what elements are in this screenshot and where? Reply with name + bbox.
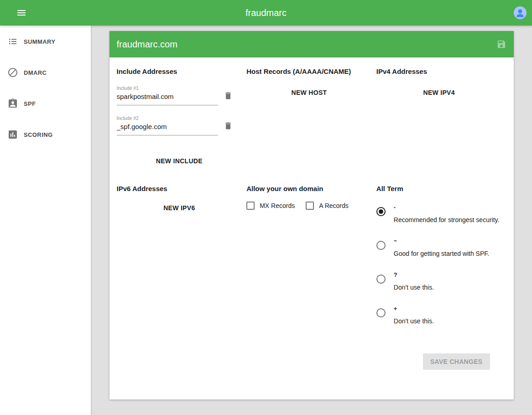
block-icon: [7, 67, 18, 78]
section-title: Host Records (A/AAAA/CNAME): [246, 67, 372, 75]
include-field-1: Include #1: [117, 85, 242, 105]
radio-symbol: -: [394, 204, 500, 211]
sidebar-item-label: DMARC: [24, 69, 47, 76]
checkbox-icon[interactable]: [246, 202, 255, 210]
section-title: Allow your own domain: [246, 185, 372, 192]
badge-icon: [7, 98, 18, 109]
radio-text: ? Don't use this.: [394, 272, 434, 291]
include-field-2: Include #2: [117, 115, 242, 135]
radio-selected-icon[interactable]: [376, 207, 386, 216]
card-footer: SAVE CHANGES: [117, 340, 506, 392]
include-input-wrap: Include #2: [117, 115, 218, 135]
sidebar-item-spf[interactable]: SPF: [0, 93, 91, 114]
section-ipv4-addresses: IPv4 Addresses NEW IPV4: [376, 67, 506, 169]
new-ipv4-button[interactable]: NEW IPV4: [420, 84, 459, 101]
app-title: fraudmarc: [245, 8, 287, 18]
radio-unselected-icon[interactable]: [376, 275, 386, 284]
bar-chart-icon: [7, 129, 18, 140]
radio-symbol: ?: [394, 272, 434, 278]
radio-text: + Don't use this.: [394, 306, 434, 325]
list-icon: [7, 36, 18, 47]
app-bar: fraudmarc: [0, 0, 532, 26]
radio-option-fail[interactable]: - Recommended for strongest security.: [376, 204, 502, 223]
radio-text: ~ Good for getting started with SPF.: [394, 238, 489, 257]
radio-description: Good for getting started with SPF.: [394, 250, 489, 257]
radio-option-neutral[interactable]: ? Don't use this.: [376, 272, 502, 291]
sidebar-item-dmarc[interactable]: DMARC: [0, 62, 91, 83]
sidebar-item-label: SCORING: [24, 131, 52, 138]
include-input-label: Include #2: [117, 115, 218, 121]
sidebar-item-label: SPF: [24, 100, 36, 107]
section-title: IPv6 Addresses: [117, 185, 242, 192]
sidebar-item-label: SUMMARY: [24, 38, 55, 45]
radio-unselected-icon[interactable]: [376, 308, 386, 317]
radio-symbol: +: [394, 306, 434, 312]
radio-description: Don't use this.: [394, 284, 434, 291]
domain-card-body: Include Addresses Include #1: [110, 57, 514, 399]
radio-option-softfail[interactable]: ~ Good for getting started with SPF.: [376, 238, 502, 257]
radio-description: Don't use this.: [394, 317, 434, 325]
content-area: fraudmarc.com Include Addresses Include …: [91, 26, 532, 415]
sidebar-item-summary[interactable]: SUMMARY: [0, 31, 91, 52]
include-input-label: Include #1: [117, 85, 218, 91]
domain-card: fraudmarc.com Include Addresses Include …: [110, 31, 514, 399]
new-host-button[interactable]: NEW HOST: [288, 84, 331, 101]
radio-description: Recommended for strongest security.: [394, 216, 500, 223]
new-include-button[interactable]: NEW INCLUDE: [152, 153, 206, 169]
section-title: Include Addresses: [117, 67, 242, 75]
domain-title: fraudmarc.com: [117, 39, 496, 50]
include-input-2[interactable]: [117, 121, 218, 135]
checkbox-icon[interactable]: [306, 202, 314, 210]
radio-symbol: ~: [394, 238, 489, 244]
checkbox-label: MX Records: [260, 202, 295, 209]
settings-row-1: Include Addresses Include #1: [117, 67, 506, 169]
save-changes-button[interactable]: SAVE CHANGES: [423, 353, 490, 370]
radio-text: - Recommended for strongest security.: [394, 204, 500, 223]
radio-option-pass[interactable]: + Don't use this.: [376, 306, 502, 325]
checkbox-a-records[interactable]: A Records: [306, 202, 349, 210]
domain-card-header: fraudmarc.com: [110, 31, 514, 57]
section-all-term: All Term - Recommended for strongest sec…: [376, 185, 506, 325]
section-allow-own-domain: Allow your own domain MX Records A Recor…: [246, 185, 376, 325]
section-host-records: Host Records (A/AAAA/CNAME) NEW HOST: [246, 67, 376, 169]
sidebar: SUMMARY DMARC SPF SCORING: [0, 26, 91, 415]
include-input-wrap: Include #1: [117, 85, 218, 105]
new-ipv6-button[interactable]: NEW IPV6: [160, 200, 198, 216]
radio-unselected-icon[interactable]: [376, 241, 386, 250]
settings-row-2: IPv6 Addresses NEW IPV6 Allow your own d…: [117, 185, 506, 325]
save-icon[interactable]: [496, 39, 506, 49]
section-title: All Term: [376, 185, 502, 192]
delete-include-1-trash-icon[interactable]: [224, 91, 233, 100]
allow-domain-checkboxes: MX Records A Records: [246, 202, 372, 210]
delete-include-2-trash-icon[interactable]: [224, 121, 233, 130]
checkbox-label: A Records: [319, 202, 349, 209]
user-avatar-icon[interactable]: [514, 6, 527, 19]
checkbox-mx-records[interactable]: MX Records: [246, 202, 295, 210]
section-title: IPv4 Addresses: [376, 67, 502, 75]
sidebar-item-scoring[interactable]: SCORING: [0, 124, 91, 145]
menu-icon[interactable]: [16, 7, 27, 18]
section-ipv6-addresses: IPv6 Addresses NEW IPV6: [117, 185, 247, 325]
include-input-1[interactable]: [117, 91, 218, 105]
section-include-addresses: Include Addresses Include #1: [117, 67, 247, 169]
